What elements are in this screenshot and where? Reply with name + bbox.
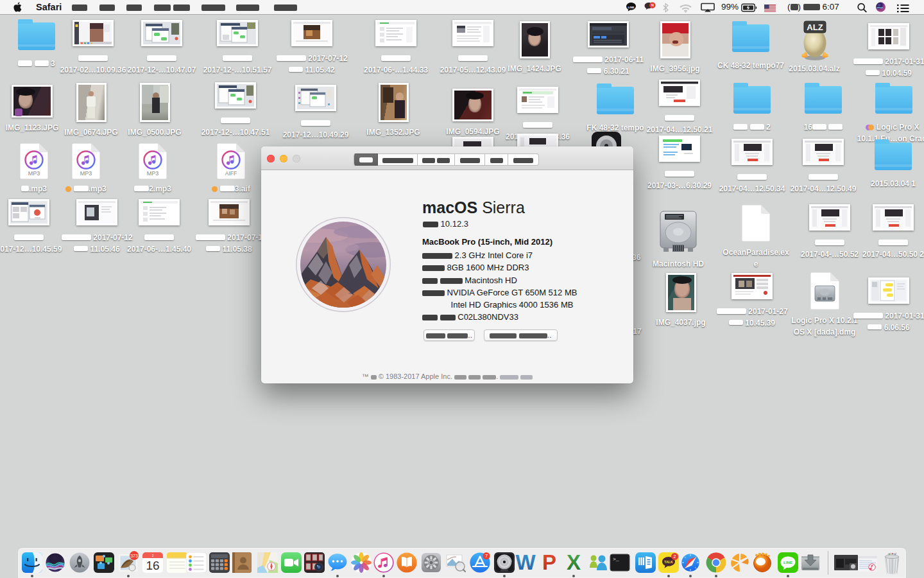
svg-text:MP3: MP3: [147, 170, 159, 177]
svg-text:373: 373: [130, 554, 138, 558]
svg-text:16: 16: [146, 559, 159, 572]
svg-text:ALZ: ALZ: [807, 22, 823, 32]
svg-text:7: 7: [485, 553, 488, 559]
svg-text:MP3: MP3: [28, 170, 40, 177]
svg-text:TALK: TALK: [664, 560, 673, 564]
svg-text:LINE: LINE: [783, 560, 792, 565]
svg-text:P: P: [542, 552, 556, 573]
svg-text:AIFF: AIFF: [225, 170, 237, 177]
svg-text:MP3: MP3: [80, 170, 92, 177]
svg-text:2: 2: [674, 554, 676, 559]
svg-text:>_: >_: [613, 556, 619, 562]
svg-text:N: N: [651, 3, 654, 7]
svg-text:X: X: [567, 552, 581, 573]
svg-text:LINE: LINE: [628, 6, 634, 9]
svg-text:W: W: [515, 552, 536, 573]
